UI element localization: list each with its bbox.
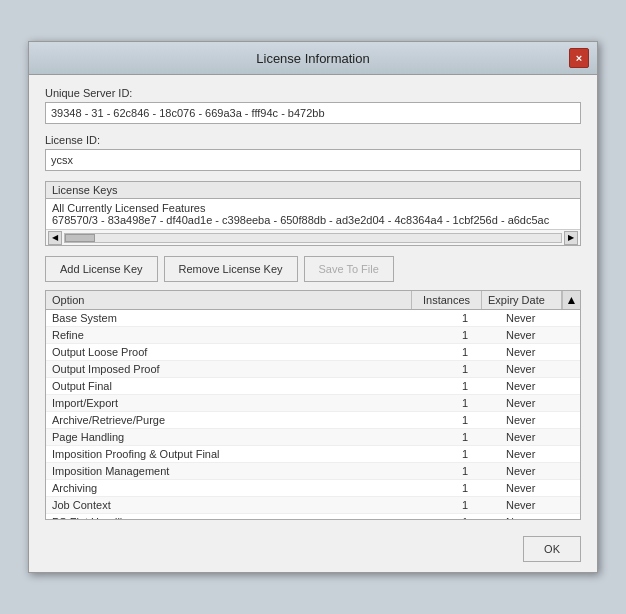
table-cell-option: Imposition Proofing & Output Final (46, 446, 430, 462)
license-id-input[interactable] (45, 149, 581, 171)
table-cell-option: Output Loose Proof (46, 344, 430, 360)
remove-license-key-button[interactable]: Remove License Key (164, 256, 298, 282)
scroll-right-arrow[interactable]: ▶ (564, 231, 578, 245)
table-cell-expiry: Never (500, 327, 580, 343)
table-cell-expiry: Never (500, 344, 580, 360)
scroll-track[interactable] (64, 233, 562, 243)
table-cell-option: Output Final (46, 378, 430, 394)
table-cell-expiry: Never (500, 463, 580, 479)
table-cell-instances: 1 (430, 361, 500, 377)
server-id-label: Unique Server ID: (45, 87, 581, 99)
table-row: PS Flat Handling1Never (46, 514, 580, 519)
table-body: Base System1NeverRefine1NeverOutput Loos… (46, 310, 580, 519)
table-cell-instances: 1 (430, 344, 500, 360)
license-keys-scrollbar: ◀ ▶ (46, 229, 580, 245)
table-cell-instances: 1 (430, 327, 500, 343)
dialog-title: License Information (57, 51, 569, 66)
action-buttons: Add License Key Remove License Key Save … (45, 256, 581, 282)
license-keys-header: License Keys (46, 182, 580, 199)
table-cell-option: Page Handling (46, 429, 430, 445)
table-cell-expiry: Never (500, 480, 580, 496)
server-id-group: Unique Server ID: (45, 87, 581, 124)
table-cell-option: Job Context (46, 497, 430, 513)
license-keys-row2: 678570/3 - 83a498e7 - df40ad1e - c398eeb… (52, 214, 574, 226)
options-table: Option Instances Expiry Date ▲ Base Syst… (45, 290, 581, 520)
sort-indicator: ▲ (562, 291, 580, 309)
table-cell-option: Refine (46, 327, 430, 343)
license-keys-row1: All Currently Licensed Features (52, 202, 574, 214)
license-keys-content: All Currently Licensed Features 678570/3… (46, 199, 580, 229)
table-row: Archiving1Never (46, 480, 580, 497)
table-row: Import/Export1Never (46, 395, 580, 412)
table-row: Output Imposed Proof1Never (46, 361, 580, 378)
table-header: Option Instances Expiry Date ▲ (46, 291, 580, 310)
add-license-key-button[interactable]: Add License Key (45, 256, 158, 282)
table-cell-instances: 1 (430, 497, 500, 513)
table-cell-option: Base System (46, 310, 430, 326)
table-cell-expiry: Never (500, 446, 580, 462)
table-cell-expiry: Never (500, 429, 580, 445)
table-row: Page Handling1Never (46, 429, 580, 446)
server-id-input[interactable] (45, 102, 581, 124)
table-cell-instances: 1 (430, 395, 500, 411)
table-cell-instances: 1 (430, 378, 500, 394)
table-cell-instances: 1 (430, 514, 500, 519)
table-cell-expiry: Never (500, 412, 580, 428)
close-button[interactable]: × (569, 48, 589, 68)
table-cell-instances: 1 (430, 446, 500, 462)
ok-button[interactable]: OK (523, 536, 581, 562)
table-cell-instances: 1 (430, 310, 500, 326)
table-cell-option: Imposition Management (46, 463, 430, 479)
title-bar: License Information × (29, 42, 597, 75)
license-information-dialog: License Information × Unique Server ID: … (28, 41, 598, 573)
col-header-option: Option (46, 291, 412, 309)
table-cell-expiry: Never (500, 378, 580, 394)
table-cell-expiry: Never (500, 514, 580, 519)
table-cell-expiry: Never (500, 361, 580, 377)
scroll-left-arrow[interactable]: ◀ (48, 231, 62, 245)
table-cell-instances: 1 (430, 412, 500, 428)
license-id-label: License ID: (45, 134, 581, 146)
col-header-instances: Instances (412, 291, 482, 309)
table-row: Output Final1Never (46, 378, 580, 395)
table-row: Base System1Never (46, 310, 580, 327)
table-cell-option: Import/Export (46, 395, 430, 411)
table-row: Archive/Retrieve/Purge1Never (46, 412, 580, 429)
license-id-group: License ID: (45, 134, 581, 171)
col-header-expiry: Expiry Date (482, 291, 562, 309)
table-cell-option: PS Flat Handling (46, 514, 430, 519)
table-cell-instances: 1 (430, 463, 500, 479)
dialog-content: Unique Server ID: License ID: License Ke… (29, 75, 597, 528)
table-row: Imposition Proofing & Output Final1Never (46, 446, 580, 463)
table-row: Imposition Management1Never (46, 463, 580, 480)
table-cell-instances: 1 (430, 480, 500, 496)
scroll-thumb[interactable] (65, 234, 95, 242)
table-cell-option: Archive/Retrieve/Purge (46, 412, 430, 428)
table-cell-expiry: Never (500, 310, 580, 326)
table-row: Job Context1Never (46, 497, 580, 514)
license-keys-box: License Keys All Currently Licensed Feat… (45, 181, 581, 246)
table-row: Output Loose Proof1Never (46, 344, 580, 361)
save-to-file-button[interactable]: Save To File (304, 256, 394, 282)
table-cell-option: Archiving (46, 480, 430, 496)
dialog-footer: OK (29, 528, 597, 572)
table-row: Refine1Never (46, 327, 580, 344)
table-cell-expiry: Never (500, 395, 580, 411)
table-cell-expiry: Never (500, 497, 580, 513)
table-cell-option: Output Imposed Proof (46, 361, 430, 377)
table-cell-instances: 1 (430, 429, 500, 445)
